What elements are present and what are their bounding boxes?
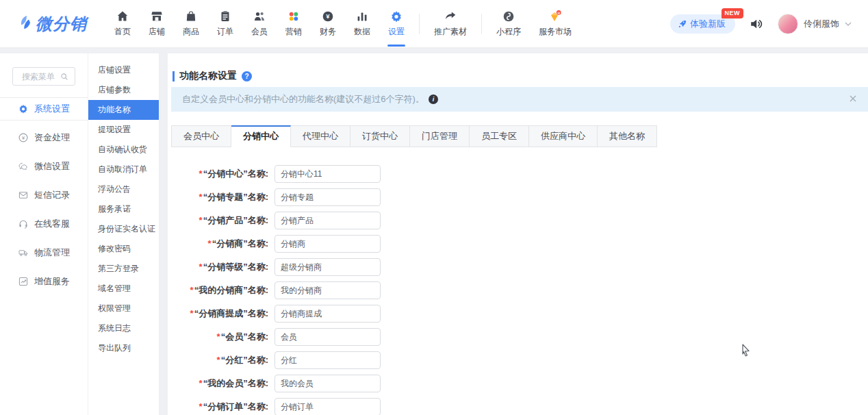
rocket-icon [678, 19, 687, 28]
field-label: *“分销等级”名称: [171, 261, 268, 273]
nav-label: 营销 [285, 26, 302, 38]
bar-chart-icon [355, 10, 369, 23]
tab-member-center[interactable]: 会员中心 [172, 125, 231, 147]
distribution-topic-name-input[interactable] [275, 188, 381, 206]
marketing-icon [287, 10, 301, 23]
nav-item-settings[interactable]: 设置 [379, 0, 413, 48]
svg-text:¥: ¥ [326, 12, 330, 20]
menu-search-box[interactable] [12, 67, 75, 86]
title-accent-bar [173, 71, 175, 81]
form-row: *“分销等级”名称: [171, 258, 868, 276]
tab-ordering-center[interactable]: 订货中心 [350, 125, 410, 147]
sidebar-item-label: 物流管理 [34, 247, 70, 259]
nav-item-promo-materials[interactable]: 推广素材 [425, 0, 476, 48]
field-label: *“我的会员”名称: [171, 377, 268, 390]
field-label: *“分销中心”名称: [171, 168, 268, 180]
nav-label: 首页 [114, 26, 131, 38]
help-icon[interactable]: ? [242, 71, 252, 81]
my-member-name-input[interactable] [275, 375, 381, 392]
submenu-item-change-password[interactable]: 修改密码 [88, 239, 159, 259]
field-label: *“分红”名称: [171, 354, 268, 366]
nav-label: 数据 [354, 26, 370, 38]
nav-label: 订单 [217, 26, 233, 38]
nav-item-shop[interactable]: 店铺 [140, 0, 174, 48]
nav-item-miniprogram[interactable]: 小程序 [487, 0, 530, 48]
main-panel: 功能名称设置 ? 自定义会员中心和分销中心的功能名称(建议不超过6个字符)。 i… [168, 53, 868, 415]
sidebar-item-online-service[interactable]: 在线客服 [0, 210, 88, 238]
nav-item-orders[interactable]: 订单 [208, 0, 242, 48]
field-label: *“分销产品”名称: [171, 214, 268, 227]
nav-item-members[interactable]: 会员 [242, 0, 277, 48]
submenu-item-service-promise[interactable]: 服务承诺 [88, 199, 159, 219]
submenu-item-withdraw-settings[interactable]: 提现设置 [88, 120, 159, 140]
distribution-order-name-input[interactable] [275, 398, 381, 415]
sidebar-item-label: 在线客服 [34, 218, 70, 230]
submenu-item-third-party-login[interactable]: 第三方登录 [88, 259, 159, 279]
submenu-item-auto-cancel-order[interactable]: 自动取消订单 [88, 160, 159, 179]
banner-close-button[interactable] [849, 95, 857, 103]
sidebar-item-value-added[interactable]: 增值服务 [0, 267, 88, 296]
gutter [159, 53, 168, 415]
dividend-name-input[interactable] [275, 351, 381, 369]
distributor-name-input[interactable] [275, 235, 381, 253]
banner-text: 自定义会员中心和分销中心的功能名称(建议不超过6个字符)。 [182, 93, 424, 105]
distributor-level-name-input[interactable] [275, 258, 381, 276]
speaker-icon [749, 16, 764, 32]
nav-item-finance[interactable]: ¥ 财务 [311, 0, 345, 48]
announcement-button[interactable] [749, 16, 764, 32]
distribution-center-name-input[interactable] [275, 165, 381, 183]
submenu-item-permission-management[interactable]: 权限管理 [88, 299, 159, 318]
members-icon [253, 10, 266, 23]
search-icon [60, 73, 68, 81]
tab-staff-zone[interactable]: 员工专区 [470, 125, 529, 147]
sidebar-item-label: 微信设置 [34, 160, 70, 173]
user-menu[interactable]: 伶俐服饰 [778, 14, 852, 34]
info-banner: 自定义会员中心和分销中心的功能名称(建议不超过6个字符)。 i [171, 87, 868, 112]
top-navbar: 微分销 首页 店铺 商品 订单 会员 营销 ¥ 财务 [0, 0, 868, 48]
submenu-item-domain-management[interactable]: 域名管理 [88, 279, 159, 299]
sidebar-item-system-settings[interactable]: 系统设置 [0, 97, 88, 121]
tab-agent-center[interactable]: 代理中心 [291, 125, 350, 147]
headset-icon [18, 218, 29, 229]
submenu-item-auto-confirm-receipt[interactable]: 自动确认收货 [88, 140, 159, 160]
username: 伶俐服饰 [804, 18, 839, 30]
nav-item-service-market[interactable]: H 服务市场 [530, 0, 580, 48]
member-name-input[interactable] [275, 328, 381, 346]
tab-distribution-center[interactable]: 分销中心 [231, 125, 291, 147]
truck-icon [18, 247, 29, 258]
sidebar-item-wechat-settings[interactable]: 微信设置 [0, 152, 88, 181]
nav-item-marketing[interactable]: 营销 [277, 0, 311, 48]
nav-item-data[interactable]: 数据 [345, 0, 379, 48]
sidebar-item-label: 资金处理 [34, 131, 70, 144]
app-logo[interactable]: 微分销 [18, 13, 105, 35]
tab-other-names[interactable]: 其他名称 [598, 125, 657, 147]
submenu-item-export-queue[interactable]: 导出队列 [88, 338, 159, 358]
info-icon: i [429, 95, 438, 104]
sidebar-item-logistics[interactable]: 物流管理 [0, 238, 88, 267]
distribution-product-name-input[interactable] [275, 212, 381, 229]
submenu-item-system-log[interactable]: 系统日志 [88, 318, 159, 338]
field-label: *“会员”名称: [171, 331, 268, 343]
sidebar-item-funds-processing[interactable]: ¥ 资金处理 [0, 123, 88, 152]
title-row: 功能名称设置 ? [171, 70, 868, 82]
form-row: *“分销商提成”名称: [171, 305, 868, 323]
chevron-down-icon [845, 22, 852, 26]
nav-item-home[interactable]: 首页 [105, 0, 140, 48]
submenu-item-function-names[interactable]: 功能名称 [88, 100, 159, 120]
home-icon [116, 10, 129, 23]
my-distributor-name-input[interactable] [275, 281, 381, 299]
tab-store-management[interactable]: 门店管理 [410, 125, 470, 147]
sidebar-item-label: 短信记录 [34, 189, 70, 201]
tab-supplier-center[interactable]: 供应商中心 [529, 125, 598, 147]
submenu-item-shop-params[interactable]: 店铺参数 [88, 80, 159, 100]
submenu-item-floating-notice[interactable]: 浮动公告 [88, 179, 159, 199]
tab-bar: 会员中心 分销中心 代理中心 订货中心 门店管理 员工专区 供应商中心 其他名称 [171, 125, 657, 147]
submenu-item-id-verification[interactable]: 身份证实名认证 [88, 219, 159, 239]
menu-search-input[interactable] [19, 72, 58, 81]
nav-item-goods[interactable]: 商品 [174, 0, 208, 48]
svg-text:H: H [557, 12, 560, 15]
distributor-commission-name-input[interactable] [275, 305, 381, 323]
sidebar-item-sms-records[interactable]: 短信记录 [0, 181, 88, 210]
submenu-item-shop-settings[interactable]: 店铺设置 [88, 60, 159, 80]
try-new-version-button[interactable]: 体验新版 NEW [670, 14, 735, 34]
